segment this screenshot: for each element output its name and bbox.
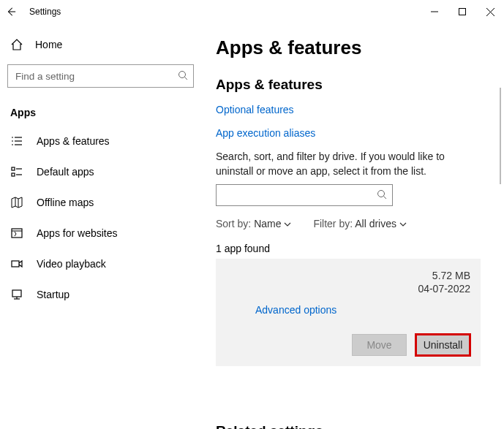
scrollbar[interactable] — [500, 88, 501, 184]
window-controls — [421, 0, 504, 23]
svg-rect-19 — [12, 290, 21, 297]
advanced-options-link[interactable]: Advanced options — [255, 304, 336, 316]
back-button[interactable] — [6, 7, 16, 17]
startup-icon — [10, 288, 23, 301]
app-execution-aliases-link[interactable]: App execution aliases — [216, 127, 315, 139]
svg-line-5 — [185, 77, 188, 80]
content-area: Apps & features Apps & features Optional… — [201, 23, 504, 429]
nav-video-playback[interactable]: Video playback — [6, 248, 195, 279]
nav-label: Default apps — [37, 166, 94, 178]
nav-offline-maps[interactable]: Offline maps — [6, 187, 195, 218]
svg-point-22 — [378, 191, 385, 197]
app-size: 5.72 MB — [418, 269, 470, 282]
nav-label: Startup — [37, 289, 69, 300]
search-icon — [377, 189, 387, 200]
move-button[interactable]: Move — [352, 334, 407, 356]
description-text: Search, sort, and filter by drive. If yo… — [216, 150, 479, 178]
chevron-down-icon — [399, 218, 407, 229]
uninstall-button[interactable]: Uninstall — [415, 334, 470, 356]
page-title: Apps & features — [216, 37, 494, 59]
svg-rect-1 — [459, 9, 466, 15]
svg-line-23 — [384, 197, 387, 200]
optional-features-link[interactable]: Optional features — [216, 104, 294, 115]
search-icon — [178, 70, 188, 80]
website-icon — [10, 227, 23, 240]
sidebar-section-label: Apps — [6, 102, 195, 126]
nav-apps-websites[interactable]: Apps for websites — [6, 218, 195, 248]
settings-search[interactable] — [7, 64, 194, 88]
sort-value: Name — [254, 218, 281, 229]
window-title: Settings — [29, 7, 61, 17]
section-heading: Apps & features — [216, 77, 494, 93]
search-input[interactable] — [7, 64, 194, 88]
nav-label: Offline maps — [37, 197, 94, 208]
map-icon — [10, 196, 23, 209]
home-icon — [10, 38, 23, 51]
app-date: 04-07-2022 — [418, 282, 470, 295]
maximize-button[interactable] — [448, 0, 476, 23]
svg-point-4 — [179, 72, 186, 78]
minimize-button[interactable] — [421, 0, 448, 23]
svg-rect-16 — [12, 229, 22, 238]
chevron-down-icon — [284, 218, 291, 229]
app-card[interactable]: 5.72 MB 04-07-2022 Advanced options Move… — [216, 259, 481, 365]
filter-by-dropdown[interactable]: Filter by: All drives — [313, 218, 407, 229]
app-search-input[interactable] — [216, 184, 393, 206]
defaults-icon — [10, 165, 23, 178]
nav-default-apps[interactable]: Default apps — [6, 156, 195, 187]
filter-label: Filter by: — [313, 218, 353, 229]
video-icon — [10, 257, 23, 270]
home-label: Home — [35, 39, 62, 50]
svg-rect-14 — [12, 173, 15, 176]
title-bar: Settings — [0, 0, 504, 23]
sidebar: Home Apps Apps & features Default apps O… — [0, 23, 201, 429]
nav-label: Apps & features — [37, 135, 110, 147]
svg-rect-18 — [12, 261, 19, 267]
app-count: 1 app found — [216, 243, 494, 254]
app-search[interactable] — [216, 184, 393, 206]
related-settings-heading: Related settings — [216, 423, 494, 429]
nav-apps-features[interactable]: Apps & features — [6, 126, 195, 156]
sort-by-dropdown[interactable]: Sort by: Name — [216, 218, 291, 229]
close-button[interactable] — [476, 0, 504, 23]
sort-label: Sort by: — [216, 218, 251, 229]
nav-startup[interactable]: Startup — [6, 279, 195, 310]
list-icon — [10, 134, 23, 148]
svg-rect-12 — [12, 167, 15, 170]
home-nav[interactable]: Home — [6, 34, 195, 56]
filter-value: All drives — [355, 218, 396, 229]
nav-label: Apps for websites — [37, 227, 118, 239]
nav-label: Video playback — [37, 258, 106, 270]
